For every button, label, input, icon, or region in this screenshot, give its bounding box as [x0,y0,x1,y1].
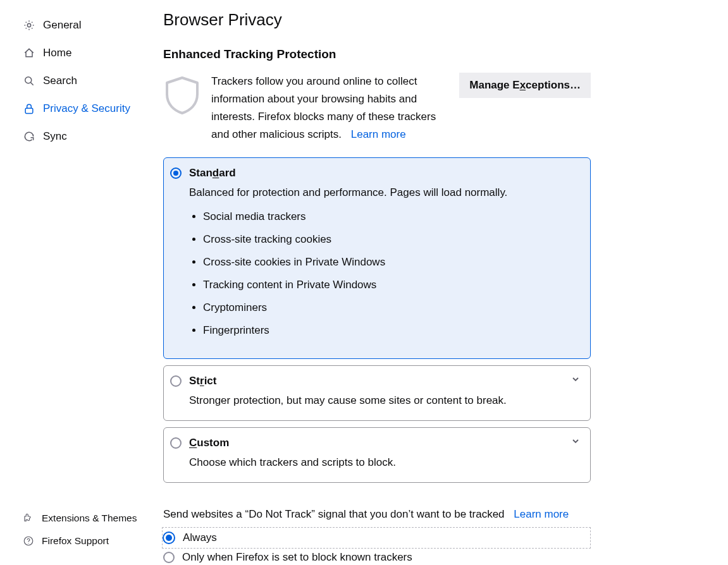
standard-feature-list: Social media trackers Cross-site trackin… [203,210,580,337]
sidebar: General Home Search [0,0,163,565]
sidebar-item-label: Search [43,75,77,87]
sidebar-item-extensions[interactable]: Extensions & Themes [0,507,163,530]
sidebar-item-general[interactable]: General [0,11,163,39]
radio-standard[interactable] [170,167,182,179]
radio-label-custom: Custom [189,437,229,449]
sidebar-item-sync[interactable]: Sync [0,123,163,150]
radio-label-strict: Strict [189,375,216,387]
list-item: Cryptominers [203,301,580,314]
list-item: Tracking content in Private Windows [203,279,580,291]
tracking-level-strict[interactable]: Strict Stronger protection, but may caus… [163,365,591,421]
search-icon [23,75,35,87]
radio-dnt-known[interactable] [163,552,175,563]
dnt-always-label: Always [183,532,217,544]
home-icon [23,47,35,59]
gear-icon [23,19,35,32]
learn-more-link[interactable]: Learn more [351,128,406,140]
help-icon [23,535,34,547]
svg-point-4 [28,543,28,544]
tracking-level-custom[interactable]: Custom Choose which trackers and scripts… [163,427,591,483]
radio-sub-standard: Balanced for protection and performance.… [189,185,580,201]
radio-label-standard: Standard [189,167,236,179]
list-item: Fingerprinters [203,324,580,337]
sidebar-item-privacy[interactable]: Privacy & Security [0,95,163,123]
sidebar-item-label: Privacy & Security [43,102,130,115]
sidebar-item-label: Firefox Support [42,535,109,547]
page-title: Browser Privacy [163,10,591,30]
sidebar-item-support[interactable]: Firefox Support [0,530,163,552]
lock-icon [23,102,35,115]
list-item: Social media trackers [203,210,580,223]
main-content: Browser Privacy Enhanced Tracking Protec… [163,0,606,565]
svg-rect-2 [25,108,33,113]
dnt-known-label: Only when Firefox is set to block known … [182,551,412,564]
shield-icon [163,75,201,116]
sidebar-item-label: Home [43,47,71,59]
sidebar-item-label: Extensions & Themes [42,513,137,524]
svg-point-1 [25,77,32,83]
list-item: Cross-site tracking cookies [203,233,580,246]
radio-strict[interactable] [170,375,182,387]
list-item: Cross-site cookies in Private Windows [203,256,580,269]
chevron-down-icon[interactable] [571,437,580,446]
radio-dnt-always[interactable] [163,532,175,544]
sidebar-item-search[interactable]: Search [0,67,163,95]
manage-exceptions-button[interactable]: Manage Exceptions… [459,73,591,98]
svg-point-0 [27,23,30,27]
sidebar-item-home[interactable]: Home [0,39,163,67]
chevron-down-icon[interactable] [571,375,580,384]
tracking-level-standard[interactable]: Standard Balanced for protection and per… [163,157,591,358]
radio-sub-strict: Stronger protection, but may cause some … [189,392,580,409]
radio-custom[interactable] [170,437,182,449]
dnt-option-always[interactable]: Always [162,527,591,549]
sidebar-item-label: General [43,19,81,32]
section-heading: Enhanced Tracking Protection [163,47,591,61]
sync-icon [23,130,35,143]
radio-sub-custom: Choose which trackers and scripts to blo… [189,454,580,471]
dnt-option-known[interactable]: Only when Firefox is set to block known … [163,549,591,565]
dnt-description: Send websites a “Do Not Track” signal th… [163,508,591,521]
sidebar-item-label: Sync [43,130,67,143]
puzzle-icon [23,513,34,524]
dnt-learn-more-link[interactable]: Learn more [514,508,569,520]
